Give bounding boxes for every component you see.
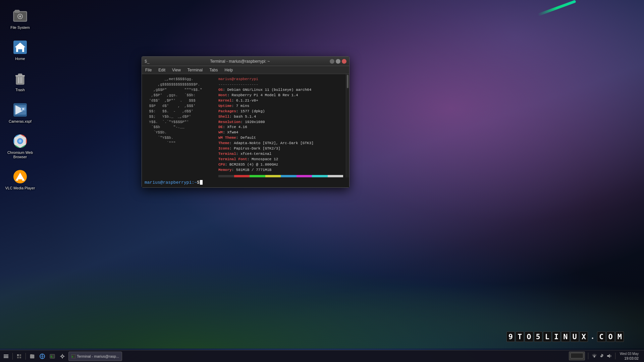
tb-browser-button[interactable] (38, 352, 47, 361)
wm-x: X (580, 331, 588, 342)
info-host: Host: Raspberry Pi 4 Model B Rev 1.4 (218, 93, 343, 98)
hostname: raspberrypi (234, 77, 258, 81)
info-de: DE: Xfce 4.16 (218, 125, 343, 130)
wm-l: L (543, 331, 551, 342)
svg-rect-39 (62, 354, 63, 355)
desktop-icon-chromium[interactable]: Chromium Web Browser (3, 132, 37, 161)
desktop-icon-home[interactable]: Home (3, 38, 37, 62)
terminal-menubar: File Edit View Terminal Tabs Help (142, 66, 349, 74)
svg-rect-2 (15, 10, 19, 12)
home-label: Home (15, 57, 25, 61)
info-uptime: Uptime: 7 mins (218, 104, 343, 109)
cameras-label: Cameras.xspf (9, 119, 32, 124)
info-memory: Memory: 581MiB / 7771MiB (218, 168, 343, 173)
svg-text:$: $ (72, 355, 73, 358)
info-resolution: Resolution: 644x362 (218, 120, 343, 125)
trash-icon (12, 70, 28, 86)
username: marius (218, 77, 232, 81)
laser-decoration (537, 0, 576, 16)
desktop-icon-filesystem[interactable]: File System (3, 7, 37, 31)
swatch-magenta (297, 175, 312, 177)
wm-c: C (597, 331, 605, 342)
tb-files-button[interactable] (28, 352, 37, 361)
clock-time: 19:03:02 (620, 356, 639, 361)
svg-rect-29 (19, 354, 21, 356)
tb-terminal-taskbar-button[interactable]: $_ (48, 352, 57, 361)
prompt-hostname: raspberrypi (163, 180, 192, 185)
swatch-red (234, 175, 250, 177)
menu-terminal[interactable]: Terminal (185, 67, 205, 73)
info-packages: Packages: 1577 (dpkg) (218, 109, 343, 114)
vlc-icon (12, 169, 28, 185)
svg-point-38 (61, 355, 63, 357)
ascii-art: _,met$$$$Sgg. ,g$$$$$$$$$$$$$$$P. ,g$$P"… (142, 74, 216, 177)
info-cpu: CPU: BCM2835 (4) @ 1.800GHz (218, 162, 343, 168)
tb-settings-button[interactable] (58, 352, 67, 361)
terminal-scrollbar[interactable] (346, 74, 349, 177)
close-button[interactable] (342, 59, 346, 64)
swatch-cyan (312, 175, 328, 177)
info-wm: WM: Xfwm4 (218, 130, 343, 135)
wm-dot1: . (589, 331, 596, 342)
bluetooth-tray-icon[interactable] (599, 353, 605, 359)
svg-text:$_: $_ (51, 355, 54, 358)
wm-9: 9 (506, 331, 515, 342)
wm-t: T (516, 331, 524, 342)
clock[interactable]: Wed 03 May 19:03:02 (619, 352, 640, 361)
desktop-switch-button[interactable] (14, 352, 24, 361)
desktop-icon-vlc[interactable]: VLC Media Player (3, 167, 37, 192)
terminal-prompt[interactable]: marius@raspberrypi:~ $ (142, 177, 349, 187)
menu-help[interactable]: Help (223, 67, 235, 73)
wm-o2: O (606, 331, 615, 342)
taskbar-separator-3 (588, 353, 588, 359)
info-icons: Icons: Papirus-Dark [GTK2/3] (218, 146, 343, 152)
maximize-button[interactable] (336, 59, 340, 64)
watermark: 9 T O 5 L I N U X . C O M (506, 331, 624, 342)
systray (591, 353, 612, 359)
prompt-username: marius (145, 180, 160, 185)
terminal-icon: $_ (145, 59, 149, 64)
chromium-label: Chromium Web Browser (5, 150, 36, 159)
svg-rect-31 (19, 357, 21, 358)
info-theme: Theme: Adapta-Nokto [GTK2], Arc-Dark [GT… (218, 141, 343, 146)
wm-u: U (571, 331, 579, 342)
swatch-yellow (265, 175, 281, 177)
terminal-window: $_ Terminal - marius@raspberrypi: ~ File… (142, 56, 350, 188)
display-indicators (569, 352, 585, 360)
svg-rect-26 (4, 356, 8, 357)
wm-m: M (615, 331, 624, 342)
menu-edit[interactable]: Edit (156, 67, 167, 73)
terminal-taskbar-app[interactable]: $ Terminal - marius@rasp... (68, 352, 122, 361)
info-terminal: Terminal: xfce4-terminal (218, 152, 343, 157)
network-tray-icon[interactable] (591, 353, 597, 359)
wm-n: N (561, 331, 570, 342)
swatch-green (250, 175, 265, 177)
svg-rect-46 (571, 353, 583, 358)
svg-rect-40 (62, 358, 63, 359)
taskbar-left: $_ (1, 352, 67, 361)
vlc-label: VLC Media Player (5, 186, 35, 190)
info-shell: Shell: bash 5.1.4 (218, 114, 343, 120)
taskbar-right: Wed 03 May 19:03:02 (569, 352, 643, 361)
info-wmtheme: WM Theme: Default (218, 135, 343, 141)
desktop-icon-cameras[interactable]: Cameras.xspf (3, 101, 37, 125)
terminal-content[interactable]: _,met$$$$Sgg. ,g$$$$$$$$$$$$$$$P. ,g$$P"… (142, 74, 349, 177)
color-bar (218, 175, 343, 177)
svg-rect-28 (17, 354, 19, 356)
info-termfont: Terminal Font: Monospace 12 (218, 157, 343, 162)
svg-rect-24 (18, 179, 22, 181)
desktop-icon-trash[interactable]: Trash (3, 69, 37, 94)
menu-view[interactable]: View (170, 67, 183, 73)
swatch-white (328, 175, 343, 177)
clock-date: Wed 03 May (620, 352, 639, 356)
app-menu-button[interactable] (1, 352, 11, 361)
prompt-symbol: $ (197, 180, 200, 185)
volume-tray-icon[interactable] (606, 353, 612, 359)
svg-point-17 (22, 108, 24, 110)
minimize-button[interactable] (330, 59, 334, 64)
svg-rect-42 (64, 356, 65, 357)
menu-file[interactable]: File (143, 67, 154, 73)
chromium-icon (12, 133, 28, 149)
menu-tabs[interactable]: Tabs (207, 67, 220, 73)
wm-i: I (552, 331, 560, 342)
